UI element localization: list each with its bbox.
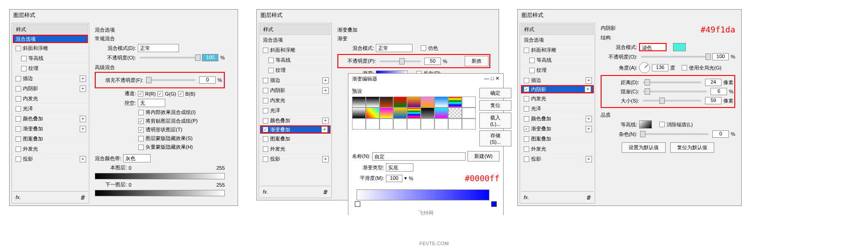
blend-mode-select[interactable]: 滤色 xyxy=(639,43,667,51)
sidebar-item-inner-glow[interactable]: 内发光 xyxy=(521,93,594,103)
sidebar-item-drop-shadow[interactable]: 投影+ xyxy=(260,154,331,164)
checkbox[interactable] xyxy=(16,136,21,142)
name-input[interactable]: 自定 xyxy=(372,152,466,161)
trash-icon[interactable]: 🗑 xyxy=(80,194,85,200)
save-button[interactable]: 存储(S)... xyxy=(479,130,511,146)
sidebar-item-bevel[interactable]: 斜面和浮雕 xyxy=(260,45,331,55)
sidebar-item-inner-shadow[interactable]: 内阴影+ xyxy=(521,85,594,93)
angle-dial[interactable] xyxy=(639,62,650,73)
opacity-input[interactable]: 100 xyxy=(202,54,218,61)
new-effect-button[interactable]: 新效 xyxy=(465,56,488,66)
fx-icon[interactable]: fx. xyxy=(263,189,268,194)
color-swatch[interactable] xyxy=(673,43,686,51)
global-light-checkbox[interactable] xyxy=(682,65,687,70)
checkbox[interactable] xyxy=(16,126,21,132)
minimize-icon[interactable]: — xyxy=(484,75,489,82)
sidebar-item-inner-shadow[interactable]: 内阴影+ xyxy=(260,85,331,95)
fill-opacity-slider[interactable] xyxy=(147,79,195,81)
preset-grid[interactable] xyxy=(352,97,476,129)
make-default-button[interactable]: 设置为默认值 xyxy=(622,142,666,153)
sidebar-item-gradient-overlay[interactable]: 渐变叠加+ xyxy=(260,125,331,134)
contour-picker[interactable] xyxy=(639,120,652,129)
reset-default-button[interactable]: 复位为默认值 xyxy=(670,142,714,153)
dither-checkbox[interactable] xyxy=(421,45,426,51)
close-icon[interactable]: ✕ xyxy=(495,75,499,82)
add-icon[interactable]: + xyxy=(80,75,86,82)
gradient-stop-right[interactable] xyxy=(491,201,497,207)
b-checkbox[interactable] xyxy=(178,91,184,97)
noise-input[interactable]: 0 xyxy=(712,130,729,138)
sidebar-item-satin[interactable]: 光泽 xyxy=(521,103,594,113)
checkbox[interactable] xyxy=(16,116,21,122)
sidebar-item-inner-glow[interactable]: 内发光 xyxy=(260,95,331,105)
checkbox[interactable] xyxy=(21,56,27,61)
checkbox[interactable] xyxy=(16,76,21,81)
gradient-bar[interactable] xyxy=(357,189,489,200)
next-layer-gradient[interactable] xyxy=(95,190,225,196)
sidebar-item-pattern-overlay[interactable]: 图案叠加 xyxy=(260,134,331,144)
sidebar-item-pattern-overlay[interactable]: 图案叠加 xyxy=(521,134,594,144)
fx-icon[interactable]: fx. xyxy=(16,194,21,200)
trash-icon[interactable]: 🗑 xyxy=(586,194,591,200)
load-button[interactable]: 载入(L)... xyxy=(479,113,511,129)
size-slider[interactable] xyxy=(643,100,701,102)
maximize-icon[interactable]: □ xyxy=(491,75,494,82)
sidebar-item-stroke[interactable]: 描边+ xyxy=(521,75,594,85)
fill-opacity-input[interactable]: 0 xyxy=(199,76,216,84)
blend-mode-select[interactable]: 正常 xyxy=(138,44,179,52)
sidebar-item-outer-glow[interactable]: 外发光 xyxy=(260,144,331,154)
checkbox[interactable] xyxy=(16,146,21,152)
sidebar-item-drop-shadow[interactable]: 投影+ xyxy=(521,154,594,164)
this-layer-gradient[interactable] xyxy=(95,173,225,179)
sidebar-item-blend-options[interactable]: 混合选项 xyxy=(13,35,88,43)
sidebar-item-texture[interactable]: 纹理 xyxy=(260,65,331,75)
checkbox[interactable] xyxy=(21,66,27,71)
add-icon[interactable]: + xyxy=(80,126,86,132)
smooth-input[interactable]: 100 xyxy=(386,175,402,182)
sidebar-item-bevel[interactable]: 斜面和浮雕 xyxy=(13,43,88,53)
blend-mode-select[interactable]: 正常 xyxy=(376,44,412,52)
sidebar-item-outer-glow[interactable]: 外发光 xyxy=(13,144,88,154)
choke-input[interactable]: 6 xyxy=(711,88,727,95)
add-icon[interactable]: + xyxy=(80,156,86,162)
sidebar-item-contour[interactable]: 等高线 xyxy=(260,55,331,65)
gradient-type-select[interactable]: 实底 xyxy=(386,163,413,172)
checkbox[interactable] xyxy=(16,156,21,162)
opacity-input[interactable]: 50 xyxy=(424,58,441,65)
opacity-slider[interactable] xyxy=(140,57,198,59)
sidebar-item-bevel[interactable]: 斜面和浮雕 xyxy=(521,45,594,55)
sidebar-item-contour[interactable]: 等高线 xyxy=(13,53,88,63)
antialias-checkbox[interactable] xyxy=(659,122,665,127)
sidebar-item-texture[interactable]: 纹理 xyxy=(521,65,594,75)
r-checkbox[interactable] xyxy=(138,91,143,97)
opacity-slider[interactable] xyxy=(380,60,421,62)
checkbox[interactable] xyxy=(16,86,21,92)
sidebar-item-pattern-overlay[interactable]: 图案叠加 xyxy=(13,134,88,144)
sidebar-item-texture[interactable]: 纹理 xyxy=(13,63,88,73)
distance-input[interactable]: 24 xyxy=(705,79,722,86)
cancel-button[interactable]: 复位 xyxy=(479,100,511,111)
sidebar-item-inner-glow[interactable]: 内发光 xyxy=(13,93,88,103)
sidebar-item-color-overlay[interactable]: 颜色叠加+ xyxy=(521,113,594,124)
sidebar-item-stroke[interactable]: 描边+ xyxy=(260,75,331,85)
new-button[interactable]: 新建(W) xyxy=(467,151,499,162)
noise-slider[interactable] xyxy=(641,133,709,135)
sidebar-item-gradient-overlay[interactable]: 渐变叠加+ xyxy=(521,124,594,134)
sidebar-item-blend-options[interactable]: 混合选项 xyxy=(521,35,594,45)
checkbox[interactable] xyxy=(16,96,21,102)
angle-input[interactable]: 136 xyxy=(652,64,668,71)
sidebar-item-outer-glow[interactable]: 外发光 xyxy=(521,144,594,154)
add-icon[interactable]: + xyxy=(80,116,86,122)
size-input[interactable]: 59 xyxy=(705,97,722,104)
sidebar-item-gradient-overlay[interactable]: 渐变叠加+ xyxy=(13,124,88,134)
choke-slider[interactable] xyxy=(643,91,707,92)
sidebar-item-satin[interactable]: 光泽 xyxy=(13,103,88,113)
sidebar-item-inner-shadow[interactable]: 内阴影+ xyxy=(13,83,88,93)
add-icon[interactable]: + xyxy=(80,86,86,92)
sidebar-item-stroke[interactable]: 描边+ xyxy=(13,73,88,83)
checkbox[interactable] xyxy=(16,106,21,112)
gradient-stop-left[interactable] xyxy=(355,201,360,207)
sidebar-item-blend-options[interactable]: 混合选项 xyxy=(260,35,331,45)
sidebar-item-color-overlay[interactable]: 颜色叠加+ xyxy=(260,115,331,125)
distance-slider[interactable] xyxy=(643,81,701,83)
